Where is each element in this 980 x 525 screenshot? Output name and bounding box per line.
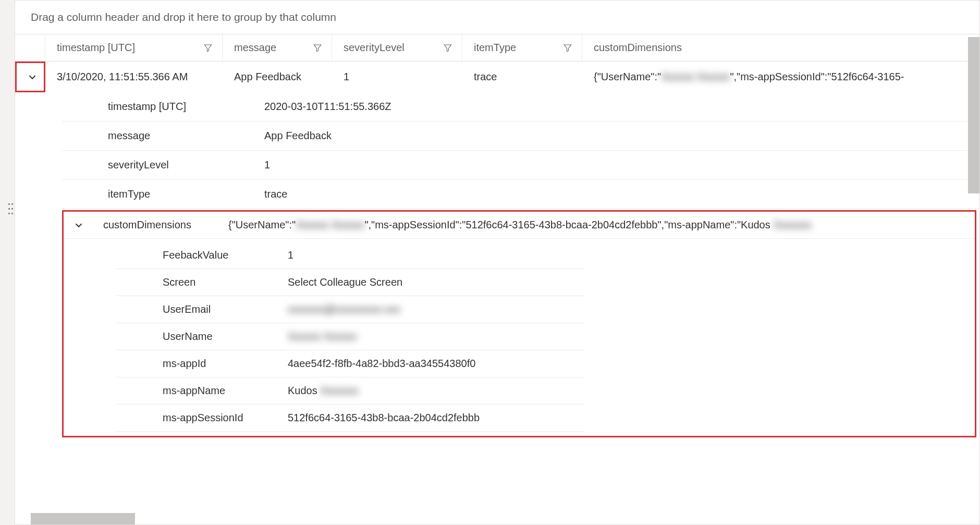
cell-timestamp: 3/10/2020, 11:51:55.366 AM <box>45 62 223 92</box>
detail-kv-timestamp: timestamp [UTC] 2020-03-10T11:51:55.366Z <box>62 92 979 121</box>
filter-icon[interactable] <box>203 43 213 53</box>
horizontal-scroll-thumb[interactable] <box>31 513 135 524</box>
column-header-customdimensions[interactable]: customDimensions <box>582 34 979 61</box>
column-label: itemType <box>474 42 516 54</box>
cd-prefix: {"UserName":" <box>594 71 661 82</box>
cd-value: Kudos Xxxxxxx <box>288 385 585 397</box>
column-header-itemtype[interactable]: itemType <box>462 34 582 61</box>
results-grid-panel: Drag a column header and drop it here to… <box>15 0 980 525</box>
cd-mid: ","ms-appSessionId":"512f6c64-3165-43b8-… <box>364 219 773 230</box>
panel-drag-handle[interactable] <box>8 203 14 216</box>
redacted-username: Xxxxxx Xxxxxx <box>288 331 357 343</box>
detail-key: severityLevel <box>108 159 264 171</box>
cd-value: Xxxxxx Xxxxxx <box>288 331 585 343</box>
filter-icon[interactable] <box>563 43 572 53</box>
detail-key: message <box>108 130 264 142</box>
group-by-hint: Drag a column header and drop it here to… <box>31 11 336 23</box>
detail-value: trace <box>264 188 979 200</box>
cd-kv-username: UserName Xxxxxx Xxxxxx <box>116 323 585 350</box>
cd-key: ms-appId <box>163 358 288 370</box>
detail-value: 1 <box>264 159 979 171</box>
vertical-scrollbar[interactable] <box>968 37 979 193</box>
cd-suffix: ","ms-appSessionId":"512f6c64-3165- <box>730 71 904 82</box>
column-header-timestamp[interactable]: timestamp [UTC] <box>45 34 223 61</box>
chevron-down-icon <box>27 71 38 83</box>
column-label: message <box>234 42 276 54</box>
column-label: severityLevel <box>344 42 405 54</box>
redacted-useremail: xxxxxxx@xxxxxxxxx.xxx <box>288 303 400 315</box>
filter-icon[interactable] <box>313 43 322 53</box>
redacted-username: Xxxxxx Xxxxxx <box>661 71 730 83</box>
cd-kv-screen: Screen Select Colleague Screen <box>116 269 585 296</box>
cd-kv-useremail: UserEmail xxxxxxx@xxxxxxxxx.xxx <box>116 296 585 323</box>
cd-value: 1 <box>288 249 585 261</box>
redacted-appname-suffix: Xxxxxxx <box>773 219 811 231</box>
cell-message: App Feedback <box>223 62 332 92</box>
table-row[interactable]: 3/10/2020, 11:51:55.366 AM App Feedback … <box>15 62 979 92</box>
cd-key: FeebackValue <box>163 249 288 261</box>
custom-dimensions-panel: customDimensions {"UserName":"Xxxxxx Xxx… <box>62 210 976 437</box>
redacted-appname-suffix: Xxxxxxx <box>320 385 358 397</box>
cd-kv-feedbackvalue: FeebackValue 1 <box>116 242 585 269</box>
cd-kv-ms-appname: ms-appName Kudos Xxxxxxx <box>116 377 585 405</box>
detail-key: timestamp [UTC] <box>108 101 264 113</box>
expand-column-header <box>15 34 45 61</box>
cd-key: ms-appName <box>163 385 288 397</box>
detail-kv-severitylevel: severityLevel 1 <box>62 151 979 180</box>
cd-value: 4aee54f2-f8fb-4a82-bbd3-aa34554380f0 <box>288 358 585 370</box>
custom-dimensions-header[interactable]: customDimensions {"UserName":"Xxxxxx Xxx… <box>64 212 975 239</box>
row-detail-panel: timestamp [UTC] 2020-03-10T11:51:55.366Z… <box>62 92 979 209</box>
column-header-severitylevel[interactable]: severityLevel <box>332 34 462 61</box>
chevron-down-icon[interactable] <box>73 219 84 231</box>
cd-value: xxxxxxx@xxxxxxxxx.xxx <box>288 303 585 315</box>
detail-kv-itemtype: itemType trace <box>62 180 979 209</box>
cell-itemtype: trace <box>462 62 582 92</box>
custom-dimensions-items: FeebackValue 1 Screen Select Colleague S… <box>116 242 975 432</box>
cd-value-text: Kudos <box>288 385 317 396</box>
column-label: customDimensions <box>594 42 682 54</box>
expand-row-toggle[interactable] <box>15 62 45 92</box>
cd-prefix: {"UserName":" <box>228 219 296 230</box>
cd-key: ms-appSessionId <box>163 412 288 424</box>
cd-value: Select Colleague Screen <box>288 276 585 288</box>
cd-kv-ms-appsessionid: ms-appSessionId 512f6c64-3165-43b8-bcaa-… <box>116 405 585 432</box>
detail-key: itemType <box>108 188 264 200</box>
group-by-drop-area[interactable]: Drag a column header and drop it here to… <box>15 1 979 34</box>
detail-value: App Feedback <box>264 130 979 142</box>
horizontal-scrollbar[interactable] <box>31 513 964 524</box>
detail-kv-message: message App Feedback <box>62 121 979 151</box>
cell-severitylevel: 1 <box>332 62 462 92</box>
cd-key: UserEmail <box>163 303 288 315</box>
cd-key: UserName <box>163 331 288 343</box>
cell-customdimensions: {"UserName":"Xxxxxx Xxxxxx","ms-appSessi… <box>582 62 979 92</box>
filter-icon[interactable] <box>443 43 452 53</box>
detail-value: 2020-03-10T11:51:55.366Z <box>264 101 979 113</box>
detail-key: customDimensions <box>103 219 228 231</box>
cd-key: Screen <box>163 276 288 288</box>
table-header-row: timestamp [UTC] message severityLevel it… <box>15 34 979 62</box>
cd-kv-ms-appid: ms-appId 4aee54f2-f8fb-4a82-bbd3-aa34554… <box>116 350 585 377</box>
redacted-username: Xxxxxx Xxxxxx <box>296 219 364 231</box>
cd-value: 512f6c64-3165-43b8-bcaa-2b04cd2febbb <box>288 412 585 424</box>
column-label: timestamp [UTC] <box>57 42 135 54</box>
detail-value: {"UserName":"Xxxxxx Xxxxxx","ms-appSessi… <box>228 219 975 231</box>
column-header-message[interactable]: message <box>223 34 332 61</box>
